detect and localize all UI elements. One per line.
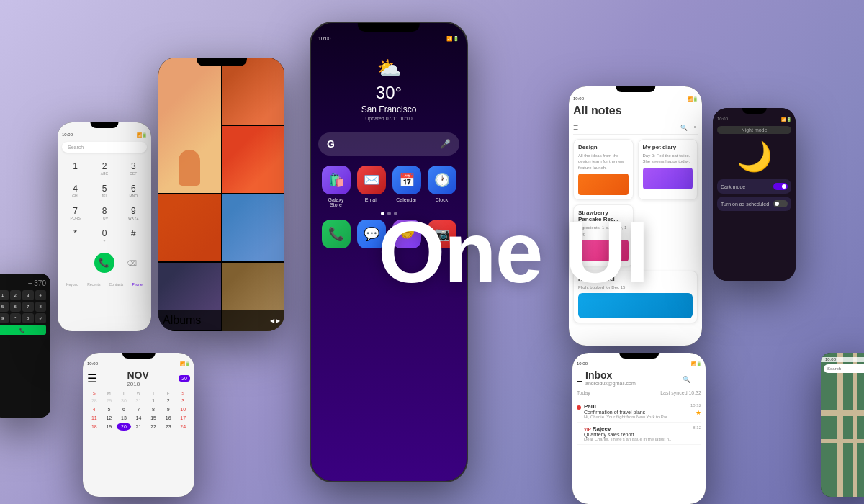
gallery-cell[interactable]: [222, 58, 285, 125]
email-item-paul[interactable]: Paul Confirmation of travel plans Hi, Ch…: [577, 400, 701, 423]
tab-keypad[interactable]: Keypad: [66, 282, 78, 287]
dial-key-7[interactable]: 7PQRS: [62, 203, 89, 223]
calc-key[interactable]: 7: [22, 302, 34, 312]
tab-recents[interactable]: Recents: [87, 282, 100, 287]
calc-key[interactable]: 5: [0, 302, 9, 312]
cal-day[interactable]: 9: [161, 405, 176, 413]
mic-icon[interactable]: 🎤: [440, 139, 451, 149]
tab-phone[interactable]: Phone: [132, 282, 142, 287]
email-time: 8:12: [693, 426, 701, 430]
schedule-toggle-item[interactable]: Turn on as scheduled: [717, 197, 791, 211]
dial-key-2[interactable]: 2ABC: [91, 158, 117, 179]
note-card-design[interactable]: Design All the ideas from the design tea…: [573, 139, 634, 200]
cal-day[interactable]: 31: [132, 397, 146, 405]
cal-day[interactable]: 28: [87, 397, 102, 405]
email-content: VIP Rajeev Quartrerly sales report Dear …: [584, 426, 690, 441]
calc-buttons: 1 2 3 4 5 6 7 8 9 * 0 # 📞: [0, 290, 46, 335]
app-icon-phone[interactable]: 📞: [322, 220, 351, 248]
dial-key-0[interactable]: 0+: [91, 225, 117, 246]
maps-search-bar[interactable]: Search: [824, 364, 864, 373]
app-icon-calendar[interactable]: 📅 Calendar: [392, 166, 421, 207]
cal-day[interactable]: 22: [146, 423, 161, 431]
calc-key[interactable]: 2: [10, 290, 22, 300]
email-status: 10:00 📶🔋: [577, 361, 701, 366]
dial-key-8[interactable]: 8TUV: [91, 203, 117, 223]
dial-key-3[interactable]: 3DEF: [120, 158, 147, 179]
notes-menu-icon[interactable]: ☰: [573, 125, 578, 131]
calc-key[interactable]: 6: [10, 302, 22, 312]
email-menu-icon[interactable]: ☰: [577, 376, 582, 383]
app-icon-email[interactable]: ✉️ Email: [357, 166, 386, 207]
cal-day[interactable]: 24: [176, 423, 190, 431]
gallery-cell[interactable]: [158, 194, 221, 261]
dialpad-search[interactable]: Search: [62, 142, 147, 153]
cal-day[interactable]: 23: [161, 423, 176, 431]
email-header: ☰ Inbox androidux@gmail.com 🔍 ⋮: [577, 369, 701, 389]
calendar-badge[interactable]: 20: [179, 375, 190, 382]
gallery-cell[interactable]: [158, 58, 221, 193]
cal-day[interactable]: 2: [161, 397, 176, 405]
calc-key[interactable]: 9: [0, 313, 9, 323]
calc-key[interactable]: 1: [0, 290, 9, 300]
cal-day[interactable]: 8: [146, 405, 161, 413]
cal-day[interactable]: 6: [117, 405, 131, 413]
email-more-icon[interactable]: ⋮: [695, 376, 701, 383]
darkmode-toggle-item[interactable]: Dark mode: [717, 179, 791, 194]
app-icon-clock[interactable]: 🕐 Clock: [428, 166, 456, 207]
app-label-store: GalaxyStore: [328, 197, 344, 207]
dark-status-icons: 📶🔋: [781, 117, 791, 122]
app-icon-store[interactable]: 🛍️ GalaxyStore: [322, 166, 351, 207]
calendar-menu-icon[interactable]: ☰: [87, 372, 97, 385]
dial-key-6[interactable]: 6MNO: [120, 181, 147, 201]
star-icon[interactable]: ★: [696, 409, 701, 416]
cal-day[interactable]: 30: [117, 397, 131, 405]
google-logo: G: [327, 138, 335, 150]
email-time: 10:32: [690, 403, 701, 408]
notes-more-icon[interactable]: ⋮: [692, 125, 698, 131]
cal-day[interactable]: 16: [161, 414, 176, 422]
tab-contacts[interactable]: Contacts: [109, 282, 124, 287]
cal-day[interactable]: 29: [102, 397, 117, 405]
google-search-bar[interactable]: G 🎤: [318, 132, 459, 156]
cal-day[interactable]: 4: [87, 405, 102, 413]
cal-day-today[interactable]: 20: [117, 423, 131, 431]
cal-day[interactable]: 19: [102, 423, 117, 431]
cal-day[interactable]: 15: [146, 414, 161, 422]
calc-key[interactable]: 3: [22, 290, 34, 300]
cal-day[interactable]: 10: [176, 405, 190, 413]
calc-key[interactable]: 8: [35, 302, 47, 312]
cal-day[interactable]: 11: [87, 414, 102, 422]
email-search-icon[interactable]: 🔍: [683, 376, 690, 383]
cal-day[interactable]: 18: [87, 423, 102, 431]
calc-key[interactable]: 0: [22, 313, 34, 323]
cal-day[interactable]: 12: [102, 414, 117, 422]
dial-key-4[interactable]: 4GHI: [62, 181, 89, 201]
cal-day[interactable]: 7: [132, 405, 146, 413]
email-item-rajeev[interactable]: VIP Rajeev Quartrerly sales report Dear …: [577, 423, 701, 445]
calc-key[interactable]: *: [10, 313, 22, 323]
darkmode-toggle[interactable]: [773, 183, 788, 190]
cal-day[interactable]: 14: [132, 414, 146, 422]
calc-key[interactable]: 4: [35, 290, 47, 300]
cal-day[interactable]: 17: [176, 414, 190, 422]
dial-key-9[interactable]: 9WXYZ: [120, 203, 147, 223]
call-button[interactable]: 📞: [94, 253, 114, 273]
calc-key[interactable]: #: [35, 313, 47, 323]
cal-day[interactable]: 21: [132, 423, 146, 431]
dial-key-star[interactable]: *: [62, 225, 89, 246]
notes-search-icon[interactable]: 🔍: [680, 125, 688, 131]
notch: [91, 122, 119, 128]
calc-call-btn[interactable]: 📞: [0, 325, 46, 335]
cal-day[interactable]: 5: [102, 405, 117, 413]
dial-key-hash[interactable]: #: [120, 225, 147, 246]
cal-day[interactable]: 1: [146, 397, 161, 405]
schedule-toggle[interactable]: [773, 200, 788, 207]
dial-key-1[interactable]: 1: [62, 158, 89, 179]
note-card-diary[interactable]: My pet diary Day 3: Fed the cat twice. S…: [638, 139, 698, 200]
cal-day[interactable]: 3: [176, 397, 190, 405]
gallery-cell[interactable]: [222, 194, 285, 261]
dial-key-5[interactable]: 5JKL: [91, 181, 117, 201]
cal-day[interactable]: 13: [117, 414, 131, 422]
gallery-cell[interactable]: [222, 126, 285, 193]
cal-header-day: M: [102, 390, 117, 396]
